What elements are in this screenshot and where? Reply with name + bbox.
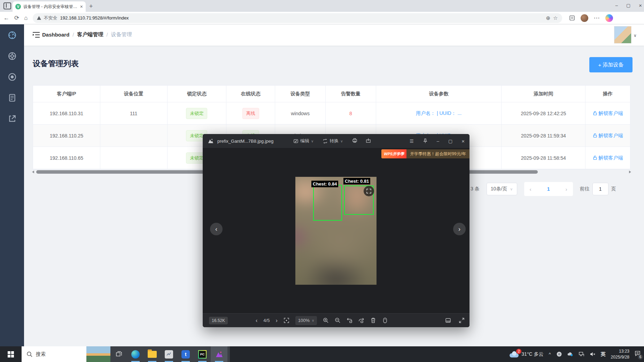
home-icon[interactable]: ⌂: [24, 15, 28, 22]
edge-app-button[interactable]: [127, 346, 144, 362]
lock-status-badge: 未锁定: [186, 108, 207, 119]
cell-lock-status: 未锁定: [168, 102, 227, 124]
header-add-time: 添加时间: [502, 86, 585, 102]
volume-muted-icon[interactable]: [590, 351, 596, 357]
breadcrumb-client-mgmt[interactable]: 客户端管理: [77, 31, 103, 38]
page-zoom-icon[interactable]: ⊕: [546, 15, 551, 21]
pin-icon[interactable]: [423, 139, 428, 143]
teams-app-button[interactable]: t: [177, 346, 194, 362]
viewer-menu-icon[interactable]: ☰: [410, 139, 414, 144]
address-bar[interactable]: 不安全 192.168.110.71:9528/#/form/index ⊕ ☆: [33, 13, 562, 23]
tray-weather[interactable]: 2 31°C 多云: [510, 351, 543, 357]
favorite-star-icon[interactable]: ☆: [553, 15, 558, 21]
unlock-client-link[interactable]: 解锁客户端: [593, 133, 623, 139]
pager: ‹ 1 ›: [524, 182, 573, 196]
select-caret-icon: ∨: [510, 187, 513, 191]
pycharm-app-button[interactable]: PC: [194, 346, 211, 362]
zoom-level-select[interactable]: 100%∨: [295, 316, 317, 325]
tray-app-icon[interactable]: [556, 351, 562, 357]
window-minimize-icon[interactable]: –: [615, 3, 618, 8]
thumbnail-panel-icon[interactable]: [445, 317, 451, 323]
add-device-button[interactable]: + 添加设备: [589, 57, 633, 72]
input-language-indicator[interactable]: 英: [601, 351, 606, 357]
logs-document-icon[interactable]: [8, 93, 17, 102]
print-icon[interactable]: [352, 138, 357, 144]
delete-icon[interactable]: [370, 317, 376, 323]
cell-action: 解锁客户端: [585, 102, 630, 124]
dashboard-icon[interactable]: [8, 31, 17, 40]
window-close-icon[interactable]: ×: [639, 2, 642, 8]
zoom-in-icon[interactable]: [323, 317, 329, 323]
weather-widget-thumbnail[interactable]: [86, 346, 110, 362]
cell-location: 111: [100, 102, 168, 124]
scroll-left-icon[interactable]: [32, 171, 34, 173]
explorer-app-button[interactable]: [144, 346, 161, 362]
current-page[interactable]: 1: [547, 186, 550, 192]
clock[interactable]: 13:23 2025/9/28: [611, 348, 629, 360]
unlock-client-link[interactable]: 解锁客户端: [593, 110, 623, 117]
audit-wheel-icon[interactable]: [8, 52, 17, 61]
crop-expand-icon[interactable]: [364, 186, 374, 196]
start-button[interactable]: [0, 346, 22, 362]
notification-center-button[interactable]: 6: [635, 351, 641, 358]
viewer-close-icon[interactable]: ×: [461, 138, 465, 144]
zoom-out-icon[interactable]: [335, 317, 341, 323]
pycharm-icon: PC: [198, 350, 207, 359]
collections-icon[interactable]: [569, 15, 575, 21]
security-label: 不安全: [44, 15, 57, 21]
prev-image-button[interactable]: ‹: [210, 223, 223, 235]
mouse-mode-icon[interactable]: [382, 317, 388, 323]
image-viewer-app-button[interactable]: [211, 346, 227, 362]
cloud-sync-icon[interactable]: [567, 351, 573, 357]
wps-app-button[interactable]: [161, 346, 177, 362]
scroll-right-icon[interactable]: [629, 171, 631, 173]
cell-device-params: 用户名： | UUID： ...: [376, 102, 502, 124]
viewer-minimize-icon[interactable]: –: [437, 139, 439, 144]
table-header-row: 客户端IP 设备位置 锁定状态 在线状态 设备类型 告警数量 设备参数 添加时间…: [33, 86, 630, 102]
more-menu-icon[interactable]: ⋯: [594, 14, 600, 22]
header-alarm-count: 告警数量: [326, 86, 376, 102]
external-link-icon[interactable]: [8, 114, 17, 123]
weather-cloud-icon: 2: [510, 351, 519, 357]
window-maximize-icon[interactable]: ▢: [626, 3, 630, 8]
device-params-link[interactable]: 用户名： | UUID： ...: [416, 110, 461, 117]
promo-banner[interactable]: WPS开学季 开学季特惠！超会限时99元/年: [381, 149, 470, 158]
prev-page-viewer-icon[interactable]: ‹: [256, 317, 257, 324]
edit-menu[interactable]: 编辑∨: [293, 138, 313, 144]
copilot-icon[interactable]: [605, 14, 613, 22]
viewer-title-bar[interactable]: prefix_GantM...7B8.jpg.jpeg 编辑∨ 转换∨ ☰ – …: [203, 134, 470, 148]
fullscreen-icon[interactable]: [459, 317, 465, 323]
browser-tab[interactable]: V 设备管理 - 内容安全审核管理系统 ×: [13, 1, 86, 12]
viewer-toolbar: 16.52K ‹ 4/5 › 100%∨: [203, 313, 470, 327]
edit-icon: [293, 139, 298, 144]
next-page-icon[interactable]: ›: [566, 186, 567, 192]
taskbar-search[interactable]: 搜索: [22, 346, 86, 362]
url-text[interactable]: 192.168.110.71:9528/#/form/index: [60, 15, 543, 21]
next-image-button[interactable]: ›: [453, 223, 466, 235]
back-icon[interactable]: ←: [3, 15, 9, 22]
tab-close-icon[interactable]: ×: [80, 4, 83, 9]
page-size-select[interactable]: 10条/页 ∨: [487, 183, 517, 195]
next-page-viewer-icon[interactable]: ›: [276, 317, 277, 324]
new-tab-button[interactable]: +: [89, 3, 93, 10]
browser-profile-avatar[interactable]: [581, 14, 588, 22]
rotate-left-icon[interactable]: [347, 317, 352, 323]
user-avatar[interactable]: [614, 26, 631, 44]
tray-expand-icon[interactable]: ^: [549, 352, 551, 357]
rotate-right-icon[interactable]: [358, 317, 364, 323]
goto-page-input[interactable]: 1: [592, 183, 608, 195]
tab-search-icon[interactable]: [3, 2, 11, 9]
detection-wheel-icon[interactable]: [8, 72, 17, 81]
export-icon[interactable]: [366, 138, 371, 144]
breadcrumb-dashboard[interactable]: Dashboard: [42, 32, 69, 38]
refresh-icon[interactable]: ⟳: [14, 14, 19, 22]
fit-screen-icon[interactable]: [284, 317, 289, 323]
unlock-client-link[interactable]: 解锁客户端: [593, 155, 623, 161]
convert-menu[interactable]: 转换∨: [323, 138, 343, 144]
avatar-caret-icon[interactable]: ∨: [634, 33, 637, 38]
task-view-button[interactable]: [110, 346, 127, 362]
collapse-sidebar-icon[interactable]: [32, 31, 40, 38]
viewer-maximize-icon[interactable]: ▢: [448, 139, 452, 144]
network-icon[interactable]: [579, 351, 584, 357]
prev-page-icon[interactable]: ‹: [530, 186, 532, 192]
